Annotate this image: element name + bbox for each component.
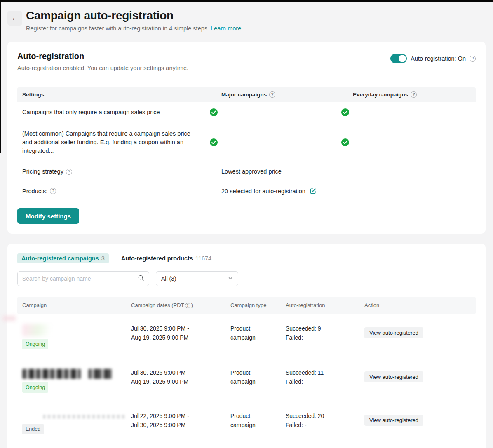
filter-selected-value: All (3) — [161, 275, 176, 282]
campaign-filter-select[interactable]: All (3) — [156, 271, 238, 286]
settings-row-pricing-strategy: Pricing strategy ? Lowest approved price — [17, 162, 476, 181]
page: ← Campaign auto-registration Register fo… — [0, 0, 493, 448]
type-cell: Product campaign — [225, 314, 281, 358]
campaign-cell: Ended — [17, 401, 126, 443]
type-cell: Product campaign — [225, 401, 281, 443]
help-icon[interactable]: ? — [50, 188, 56, 194]
tab-auto-registered-products[interactable]: Auto-registered products 11674 — [121, 253, 211, 263]
settings-row-seller-funding: (Most common) Campaigns that require a c… — [17, 123, 476, 162]
help-icon[interactable]: ? — [185, 303, 190, 308]
campaigns-table: Campaign Campaign dates (PDT ? ) Campaig… — [17, 297, 476, 443]
succeeded-count: Succeeded: 11 — [286, 368, 354, 377]
toggle-knob — [399, 55, 406, 62]
date-end: Aug 19, 2025 9:00 PM — [131, 333, 221, 342]
check-circle-icon — [210, 108, 218, 116]
campaign-search-input[interactable] — [22, 275, 134, 282]
campaign-search-box[interactable] — [17, 271, 149, 286]
modify-settings-button[interactable]: Modify settings — [17, 208, 79, 224]
view-auto-registered-button[interactable]: View auto-registered — [364, 415, 423, 426]
campaigns-table-header: Campaign Campaign dates (PDT ? ) Campaig… — [17, 297, 476, 314]
tabs: Auto-registered campaigns 3 Auto-registe… — [17, 253, 476, 263]
campaign-table-row: Ongoing Jul 30, 2025 9:00 PM - Aug 19, 2… — [17, 314, 476, 358]
tab-label: Auto-registered products — [121, 255, 193, 262]
major-campaigns-label: Major campaigns — [221, 91, 267, 98]
succeeded-count: Succeeded: 9 — [286, 324, 354, 333]
search-divider — [134, 276, 134, 281]
settings-col-header: Settings — [17, 87, 216, 102]
campaign-cell: Ongoing — [17, 358, 126, 401]
back-arrow-icon: ← — [12, 14, 19, 22]
status-badge: Ended — [22, 424, 44, 434]
date-start: Jul 30, 2025 9:00 PM - — [131, 368, 221, 377]
status-badge: Ongoing — [22, 339, 48, 349]
help-icon[interactable]: ? — [411, 91, 417, 98]
screenshot-left-edge — [0, 0, 1, 153]
view-auto-registered-button[interactable]: View auto-registered — [364, 371, 423, 382]
type-line: Product — [230, 411, 276, 420]
screenshot-top-edge — [0, 0, 493, 2]
check-circle-icon — [341, 108, 349, 116]
pricing-strategy-value: Lowest approved price — [216, 162, 286, 181]
settings-row-sales-price: Campaigns that only require a campaign s… — [17, 102, 476, 123]
page-header-text: Campaign auto-registration Register for … — [26, 9, 241, 32]
failed-count: Failed: - — [286, 333, 354, 342]
auto-registration-toggle[interactable] — [390, 54, 407, 63]
redacted-campaign-name — [22, 324, 57, 336]
settings-row-description: (Most common) Campaigns that require a c… — [17, 123, 205, 162]
search-icon[interactable] — [138, 274, 144, 283]
failed-count: Failed: - — [286, 377, 354, 386]
settings-table-header: Settings Major campaigns ? Everyday camp… — [17, 87, 476, 102]
redacted-campaign-name — [22, 369, 81, 379]
date-start: Jul 30, 2025 9:00 PM - — [131, 324, 221, 333]
type-line: campaign — [230, 377, 276, 386]
dates-col-label-close: ) — [191, 301, 193, 310]
action-cell: View auto-registered — [359, 358, 476, 401]
tab-label: Auto-registered campaigns — [21, 255, 99, 262]
dates-cell: Jul 30, 2025 9:00 PM - Aug 19, 2025 9:00… — [126, 358, 225, 401]
view-auto-registered-button[interactable]: View auto-registered — [364, 327, 423, 338]
status-badge: Ongoing — [22, 382, 48, 393]
card-divider — [17, 80, 476, 80]
tab-count: 3 — [101, 255, 105, 262]
everyday-campaigns-col-header: Everyday campaigns ? — [348, 87, 476, 102]
date-start: Jul 22, 2025 9:00 PM - — [131, 411, 221, 420]
help-icon[interactable]: ? — [269, 91, 275, 98]
help-icon[interactable]: ? — [66, 169, 72, 175]
check-circle-icon — [341, 138, 349, 146]
type-line: campaign — [230, 333, 276, 342]
redacted-campaign-name — [88, 369, 112, 379]
autoreg-cell: Succeeded: 11 Failed: - — [281, 358, 359, 401]
succeeded-count: Succeeded: 20 — [286, 411, 354, 420]
check-circle-icon — [210, 138, 218, 146]
action-col-header: Action — [359, 297, 476, 314]
auto-registration-subtitle: Auto-registration enabled. You can updat… — [17, 65, 188, 71]
help-icon[interactable]: ? — [470, 56, 476, 62]
everyday-campaigns-label: Everyday campaigns — [353, 91, 408, 98]
page-subtitle: Register for campaigns faster with auto-… — [26, 25, 241, 32]
type-cell: Product campaign — [225, 358, 281, 401]
products-label: Products: — [22, 188, 47, 195]
edit-products-icon[interactable] — [310, 188, 317, 195]
tab-count: 11674 — [195, 255, 211, 262]
page-title: Campaign auto-registration — [26, 9, 241, 22]
campaign-table-row: Ongoing Jul 30, 2025 9:00 PM - Aug 19, 2… — [17, 358, 476, 401]
major-campaigns-col-header: Major campaigns ? — [216, 87, 348, 102]
tab-auto-registered-campaigns[interactable]: Auto-registered campaigns 3 — [17, 253, 109, 263]
autoreg-cell: Succeeded: 9 Failed: - — [281, 314, 359, 358]
back-button[interactable]: ← — [7, 11, 22, 26]
learn-more-link[interactable]: Learn more — [211, 25, 241, 32]
campaign-col-header: Campaign — [17, 297, 126, 314]
dates-col-header: Campaign dates (PDT ? ) — [126, 297, 225, 314]
page-header: ← Campaign auto-registration Register fo… — [7, 9, 486, 32]
auto-registration-card: Auto-registration Auto-registration enab… — [7, 42, 486, 234]
redacted-smudge — [2, 316, 16, 321]
action-cell: View auto-registered — [359, 314, 476, 358]
action-cell: View auto-registered — [359, 401, 476, 443]
type-line: campaign — [230, 420, 276, 429]
pricing-strategy-label: Pricing strategy — [22, 168, 63, 175]
page-subtitle-text: Register for campaigns faster with auto-… — [26, 25, 209, 32]
failed-count: Failed: - — [286, 420, 354, 429]
filter-row: All (3) — [17, 271, 476, 286]
date-end: Aug 19, 2025 9:00 PM — [131, 377, 221, 386]
type-line: Product — [230, 324, 276, 333]
